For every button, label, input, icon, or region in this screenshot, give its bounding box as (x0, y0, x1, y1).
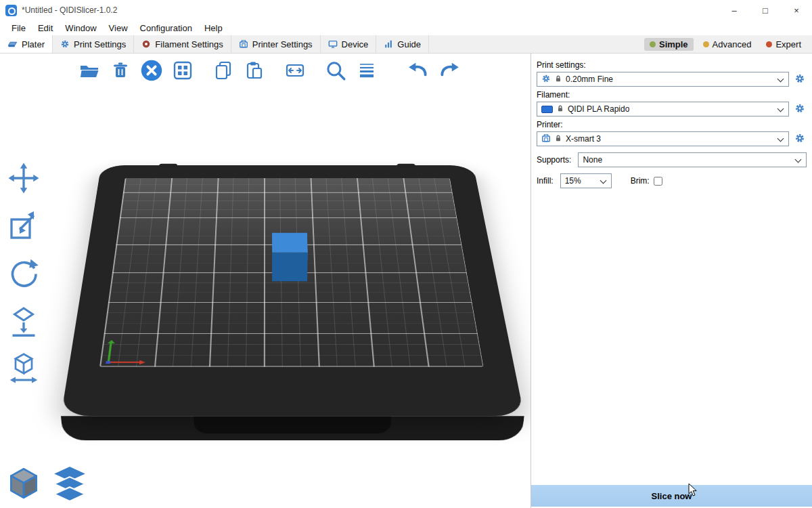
layer-lines-icon (356, 60, 378, 83)
tab-label: Plater (22, 39, 45, 49)
menu-configuration[interactable]: Configuration (134, 23, 198, 33)
mode-advanced[interactable]: Advanced (698, 38, 757, 51)
lock-icon (556, 104, 564, 114)
device-monitor-icon (328, 39, 338, 49)
slice-now-button[interactable]: Slice now (531, 485, 812, 507)
printer-icon (239, 39, 248, 49)
app-logo-icon (5, 5, 17, 16)
lock-icon (554, 75, 562, 85)
mode-expert[interactable]: Expert (761, 38, 807, 51)
tab-printer-settings[interactable]: Printer Settings (231, 35, 321, 53)
scale-icon (7, 209, 40, 244)
gear-icon (541, 74, 551, 85)
mode-label: Advanced (713, 39, 752, 49)
tabbar: Plater Print Settings Filament Settings … (0, 35, 812, 54)
measure-tool-button[interactable] (7, 352, 41, 385)
menu-edit[interactable]: Edit (32, 23, 59, 33)
tab-label: Guide (397, 39, 421, 49)
tab-label: Device (342, 39, 369, 49)
3d-view-button[interactable] (4, 465, 43, 504)
menu-view[interactable]: View (103, 23, 134, 33)
search-button[interactable] (322, 58, 349, 85)
scene-3d[interactable] (0, 54, 531, 508)
settings-sidebar: Print settings: 0.20mm Fine Filament: QI… (531, 54, 812, 508)
mode-simple[interactable]: Simple (644, 38, 694, 51)
mode-label: Simple (659, 39, 688, 49)
print-settings-label: Print settings: (537, 60, 807, 70)
window-title: *Untitled - QIDISlicer-1.0.2 (22, 5, 117, 15)
move-tool-button[interactable] (7, 162, 41, 196)
tab-device[interactable]: Device (321, 35, 377, 53)
menu-file[interactable]: File (5, 23, 32, 33)
measure-cube-icon (7, 352, 40, 386)
tab-guide[interactable]: Guide (376, 35, 429, 53)
variable-layer-height-button[interactable] (353, 58, 380, 85)
print-settings-gear-button[interactable] (793, 72, 807, 86)
undo-arrow-icon (407, 59, 430, 84)
copy-icon (212, 60, 234, 83)
viewport-toolbar (76, 58, 467, 85)
delete-button[interactable] (107, 58, 134, 85)
printer-combo[interactable]: X-smart 3 (537, 131, 789, 146)
undo-button[interactable] (405, 58, 432, 85)
delete-all-icon (139, 58, 164, 85)
advanced-mode-dot-icon (703, 41, 709, 47)
maximize-button[interactable]: □ (750, 0, 781, 20)
chevron-down-icon (777, 106, 784, 112)
tab-print-settings[interactable]: Print Settings (53, 35, 134, 53)
window-controls: – □ × (719, 0, 812, 20)
simple-mode-dot-icon (650, 41, 656, 47)
minimize-button[interactable]: – (719, 0, 750, 20)
copy-button[interactable] (210, 58, 237, 85)
menu-help[interactable]: Help (198, 23, 229, 33)
supports-value: None (583, 155, 602, 165)
filament-value: QIDI PLA Rapido (568, 104, 629, 114)
filament-color-swatch (541, 106, 553, 113)
axes-indicator (104, 337, 152, 364)
filament-spool-icon (141, 39, 151, 49)
tab-filament-settings[interactable]: Filament Settings (134, 35, 231, 53)
tab-label: Filament Settings (155, 39, 223, 49)
menubar: File Edit Window View Configuration Help (0, 20, 812, 35)
paste-button[interactable] (241, 58, 268, 85)
layers-view-button[interactable] (50, 465, 89, 504)
lock-icon (554, 134, 562, 144)
bed-clip (397, 164, 415, 169)
split-button[interactable] (281, 58, 309, 85)
gear-icon (794, 133, 805, 146)
viewport-3d[interactable] (0, 54, 531, 508)
infill-label: Infill: (537, 176, 554, 186)
rotate-tool-button[interactable] (7, 257, 41, 291)
chevron-down-icon (795, 156, 802, 163)
model-cube-front-face[interactable] (272, 253, 308, 281)
place-on-face-tool-button[interactable] (7, 304, 41, 338)
y-axis-icon (108, 343, 112, 363)
search-icon (324, 59, 347, 84)
close-button[interactable]: × (781, 0, 812, 20)
gear-icon (794, 103, 805, 116)
redo-button[interactable] (436, 58, 463, 85)
filament-gear-button[interactable] (793, 102, 807, 116)
supports-combo[interactable]: None (578, 152, 807, 167)
app-window: *Untitled - QIDISlicer-1.0.2 – □ × File … (0, 0, 812, 508)
print-settings-value: 0.20mm Fine (566, 75, 613, 84)
menu-window[interactable]: Window (59, 23, 102, 33)
delete-all-button[interactable] (138, 58, 165, 85)
main-content: Print settings: 0.20mm Fine Filament: QI… (0, 54, 812, 508)
arrange-button[interactable] (169, 58, 196, 85)
open-file-button[interactable] (76, 58, 103, 85)
printer-gear-button[interactable] (793, 132, 807, 146)
place-on-face-icon (7, 304, 40, 339)
mode-label: Expert (775, 39, 801, 49)
infill-combo[interactable]: 15% (560, 173, 612, 188)
scale-tool-button[interactable] (7, 209, 41, 243)
filament-combo[interactable]: QIDI PLA Rapido (537, 102, 789, 117)
brim-checkbox[interactable] (654, 177, 662, 186)
guide-bars-icon (384, 39, 393, 49)
trash-icon (110, 60, 131, 83)
print-settings-combo[interactable]: 0.20mm Fine (537, 72, 789, 87)
model-cube-top-face[interactable] (272, 233, 308, 253)
iso-cube-icon (5, 465, 43, 505)
tab-label: Printer Settings (252, 39, 313, 49)
tab-plater[interactable]: Plater (0, 35, 53, 53)
